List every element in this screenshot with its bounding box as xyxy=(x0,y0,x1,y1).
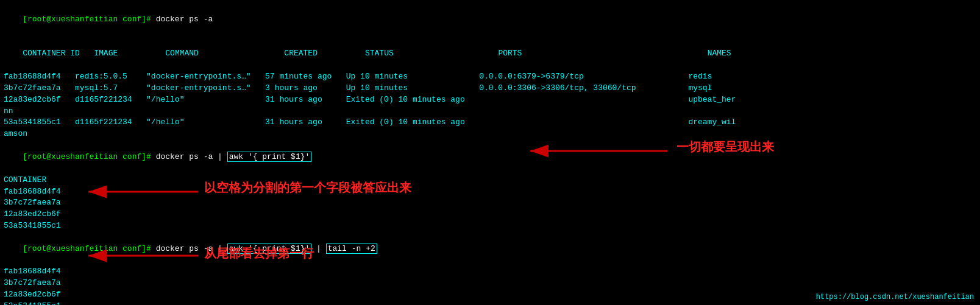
container-header: CONTAINER xyxy=(4,175,976,186)
cmd-3a: docker ps -a | xyxy=(156,244,227,253)
table-row: 53a5341855c1 d1165f221234 "/hello" 31 ho… xyxy=(4,117,976,128)
line-awk2: [root@xueshanfeitian conf]# docker ps -a… xyxy=(4,232,976,267)
col-container-id: CONTAINER ID xyxy=(23,49,94,58)
table-row: 3b7c72faea7a mysql:5.7 "docker-entrypoin… xyxy=(4,83,976,94)
list-item: 3b7c72faea7a xyxy=(4,278,976,289)
cmd-2: docker ps -a | xyxy=(156,152,227,161)
table-row: fab18688d4f4 redis:5.0.5 "docker-entrypo… xyxy=(4,71,976,83)
prompt-2: [root@xueshanfeitian conf]# xyxy=(23,152,155,161)
terminal-window: [root@xueshanfeitian conf]# docker ps -a… xyxy=(0,0,980,305)
cmd-1: docker ps -a xyxy=(156,15,213,24)
footer-url: https://blog.csdn.net/xueshanfeitian xyxy=(816,293,974,301)
cmd-3b: | xyxy=(311,244,325,253)
table-row-cont1: nn xyxy=(4,106,976,117)
col-image: IMAGE xyxy=(94,49,165,58)
col-names: NAMES xyxy=(708,49,731,58)
col-command: COMMAND xyxy=(165,49,284,58)
cmd-awk1-highlight: awk '{ print $1}' xyxy=(227,152,312,162)
col-ports: PORTS xyxy=(498,49,707,58)
list-item: 3b7c72faea7a xyxy=(4,197,976,209)
table-header: CONTAINER ID IMAGE COMMAND CREATED STATU… xyxy=(4,37,976,72)
cmd-tail-highlight: tail -n +2 xyxy=(326,244,377,254)
prompt-1: [root@xueshanfeitian conf]# xyxy=(23,15,155,24)
list-item: fab18688d4f4 xyxy=(4,266,976,278)
cmd-awk2-highlight: awk '{ print $1}' xyxy=(227,244,312,254)
table-row: 12a83ed2cb6f d1165f221234 "/hello" 31 ho… xyxy=(4,94,976,106)
col-created: CREATED xyxy=(284,49,365,58)
table-row-cont2: amson xyxy=(4,128,976,140)
prompt-3: [root@xueshanfeitian conf]# xyxy=(23,244,155,253)
col-status: STATUS xyxy=(365,49,498,58)
line-1: [root@xueshanfeitian conf]# docker ps -a xyxy=(4,2,976,37)
list-item: 12a83ed2cb6f xyxy=(4,209,976,220)
list-item: 53a5341855c1 xyxy=(4,220,976,232)
list-item: fab18688d4f4 xyxy=(4,186,976,198)
line-awk1: [root@xueshanfeitian conf]# docker ps -a… xyxy=(4,140,976,175)
